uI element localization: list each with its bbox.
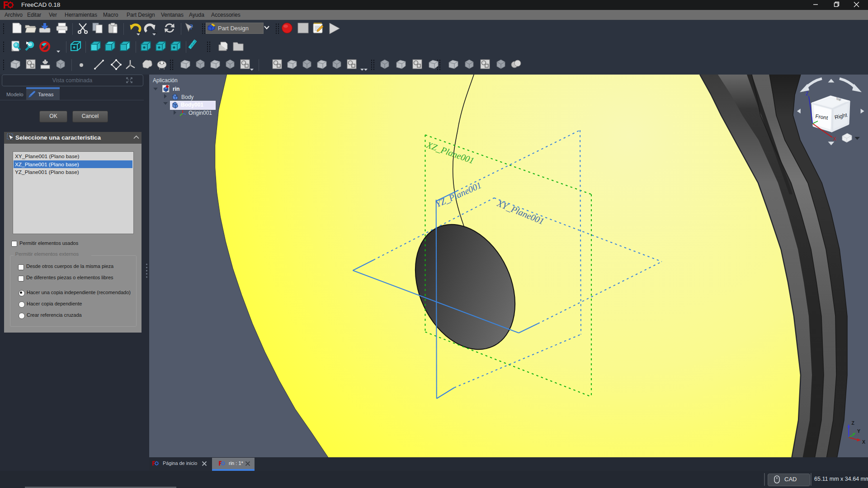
svg-text:Z: Z bbox=[852, 420, 855, 426]
svg-text:?: ? bbox=[189, 23, 193, 31]
svg-text:Y: Y bbox=[857, 428, 860, 434]
svg-text:X: X bbox=[862, 439, 865, 445]
svg-text:X: X bbox=[833, 136, 836, 141]
svg-text:Z: Z bbox=[806, 91, 808, 96]
